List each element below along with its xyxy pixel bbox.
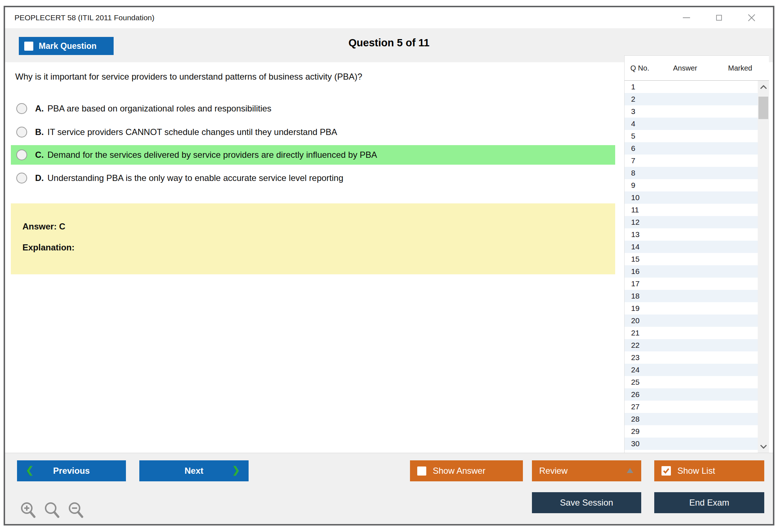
- radio-icon[interactable]: [16, 173, 27, 183]
- question-list-row[interactable]: 13: [625, 228, 758, 241]
- column-answer: Answer: [673, 64, 728, 72]
- question-list-row[interactable]: 18: [625, 290, 758, 302]
- minimize-button[interactable]: [682, 14, 690, 22]
- title-bar: PEOPLECERT 58 (ITIL 2011 Foundation): [5, 7, 773, 28]
- option-row-a[interactable]: A. PBA are based on organizational roles…: [11, 99, 615, 118]
- option-letter: D.: [35, 173, 44, 183]
- minimize-icon: [683, 17, 690, 18]
- option-text: PBA are based on organizational roles an…: [47, 104, 271, 114]
- question-list-row[interactable]: 27: [625, 401, 758, 413]
- show-answer-label: Show Answer: [433, 466, 485, 476]
- scroll-down-button[interactable]: [758, 441, 769, 452]
- save-session-button[interactable]: Save Session: [532, 492, 641, 513]
- review-label: Review: [539, 466, 568, 476]
- option-letter: A.: [35, 104, 44, 114]
- zoom-in-icon[interactable]: [20, 501, 38, 520]
- column-qno: Q No.: [630, 64, 673, 72]
- maximize-icon: [716, 15, 722, 21]
- question-list-row[interactable]: 11: [625, 204, 758, 216]
- question-text: Why is it important for service provider…: [15, 72, 362, 82]
- next-label: Next: [185, 466, 203, 476]
- question-list-body: 1234567891011121314151617181920212223242…: [625, 81, 758, 453]
- question-list-row[interactable]: 26: [625, 388, 758, 401]
- question-list-row[interactable]: 29: [625, 425, 758, 438]
- mark-question-label: Mark Question: [39, 41, 97, 51]
- show-list-button[interactable]: Show List: [654, 460, 764, 481]
- previous-button[interactable]: ❮ Previous: [17, 460, 126, 481]
- question-list-row[interactable]: 16: [625, 265, 758, 278]
- question-list-panel: Q No. Answer Marked 12345678910111213141…: [624, 55, 769, 453]
- next-button[interactable]: Next ❯: [139, 460, 249, 481]
- window-title: PEOPLECERT 58 (ITIL 2011 Foundation): [14, 7, 155, 28]
- question-list-row[interactable]: 4: [625, 118, 758, 130]
- close-icon: [748, 14, 756, 22]
- option-row-d[interactable]: D. Understanding PBA is the only way to …: [11, 168, 615, 188]
- end-exam-label: End Exam: [689, 498, 730, 508]
- previous-label: Previous: [53, 466, 90, 476]
- show-list-label: Show List: [677, 466, 715, 476]
- option-letter: B.: [35, 127, 44, 137]
- show-answer-checkbox[interactable]: [417, 466, 426, 476]
- option-text: Demand for the services delivered by ser…: [47, 150, 377, 160]
- question-list-row[interactable]: 24: [625, 364, 758, 376]
- show-list-checkbox[interactable]: [661, 466, 671, 476]
- save-session-label: Save Session: [560, 498, 613, 508]
- option-row-b[interactable]: B. IT service providers CANNOT schedule …: [11, 122, 615, 142]
- question-list-row[interactable]: 30: [625, 438, 758, 450]
- question-list-row[interactable]: 14: [625, 241, 758, 253]
- question-area: Why is it important for service provider…: [5, 62, 624, 453]
- question-list-row[interactable]: 9: [625, 179, 758, 191]
- chevron-up-icon: [760, 85, 767, 89]
- question-list-row[interactable]: 20: [625, 314, 758, 327]
- radio-icon[interactable]: [16, 103, 27, 114]
- exam-window: PEOPLECERT 58 (ITIL 2011 Foundation) Que…: [4, 6, 774, 525]
- end-exam-button[interactable]: End Exam: [654, 492, 764, 513]
- radio-icon[interactable]: [16, 149, 27, 160]
- option-text: Understanding PBA is the only way to ena…: [47, 173, 343, 183]
- zoom-reset-icon[interactable]: [43, 501, 62, 520]
- scroll-up-button[interactable]: [758, 81, 769, 93]
- question-list-row[interactable]: 23: [625, 351, 758, 364]
- checkmark-icon: [663, 468, 670, 474]
- question-list-row[interactable]: 8: [625, 167, 758, 179]
- question-list-row[interactable]: 7: [625, 155, 758, 167]
- chevron-down-icon: [760, 444, 767, 449]
- question-list-row[interactable]: 5: [625, 130, 758, 142]
- question-counter: Question 5 of 11: [5, 37, 773, 49]
- question-list-row[interactable]: 15: [625, 253, 758, 265]
- mark-question-button[interactable]: Mark Question: [19, 37, 114, 55]
- maximize-button[interactable]: [715, 14, 723, 22]
- question-list-row[interactable]: 28: [625, 413, 758, 425]
- footer-toolbar: ❮ Previous Next ❯ Show Answer Review Sho…: [5, 453, 773, 524]
- question-list-row[interactable]: 12: [625, 216, 758, 228]
- question-list-row[interactable]: 3: [625, 105, 758, 118]
- question-list-row[interactable]: 1: [625, 81, 758, 93]
- explanation-label: Explanation:: [22, 242, 604, 253]
- show-answer-button[interactable]: Show Answer: [410, 460, 523, 481]
- window-controls: [682, 7, 756, 28]
- question-list-row[interactable]: 19: [625, 302, 758, 314]
- option-text: IT service providers CANNOT schedule cha…: [47, 127, 337, 137]
- chevron-right-icon: ❯: [232, 465, 240, 475]
- radio-icon[interactable]: [16, 127, 27, 138]
- question-list-row[interactable]: 17: [625, 278, 758, 290]
- column-marked: Marked: [728, 64, 769, 72]
- question-list-header: Q No. Answer Marked: [625, 56, 769, 81]
- question-list-row[interactable]: 2: [625, 93, 758, 105]
- zoom-out-icon[interactable]: [67, 501, 85, 520]
- chevron-left-icon: ❮: [26, 465, 34, 475]
- scrollbar-thumb[interactable]: [758, 97, 768, 119]
- question-list-row[interactable]: 25: [625, 376, 758, 388]
- review-button[interactable]: Review: [532, 460, 641, 481]
- option-row-c[interactable]: C. Demand for the services delivered by …: [11, 145, 615, 165]
- question-list-scrollbar[interactable]: [758, 81, 769, 453]
- close-button[interactable]: [748, 14, 756, 22]
- triangle-up-icon: [627, 468, 633, 473]
- zoom-tools: [20, 501, 85, 520]
- question-list-row[interactable]: 10: [625, 191, 758, 204]
- question-list-row[interactable]: 6: [625, 142, 758, 155]
- question-list-row[interactable]: 22: [625, 339, 758, 351]
- mark-question-checkbox[interactable]: [24, 42, 33, 51]
- option-letter: C.: [35, 150, 44, 160]
- question-list-row[interactable]: 21: [625, 327, 758, 339]
